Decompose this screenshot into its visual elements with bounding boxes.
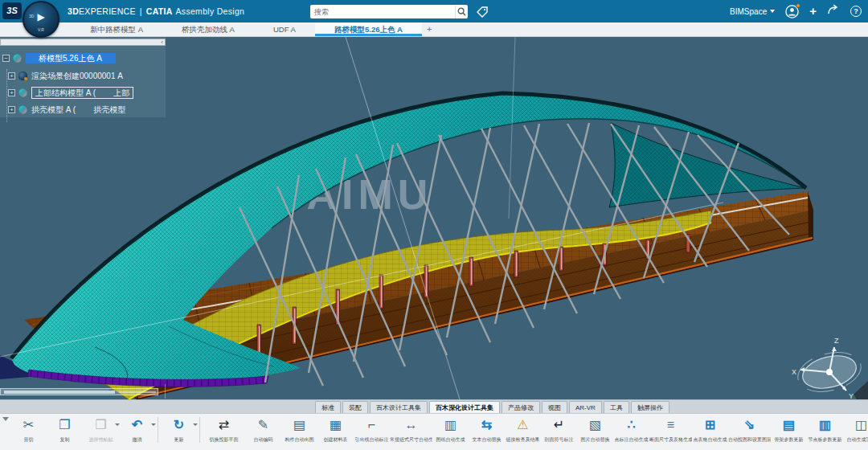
share-icon[interactable]: [827, 4, 840, 18]
puck-play-icon[interactable]: ▶: [24, 11, 58, 22]
tab-udf[interactable]: UDF A: [254, 22, 315, 36]
search-box[interactable]: [310, 5, 468, 18]
tab-model-1[interactable]: 新中路桥模型 A: [71, 22, 162, 36]
toolbar-item-auto-projection-layer[interactable]: ⇘自动投图和设置图层: [728, 414, 771, 443]
paste-special-icon: ❐: [83, 416, 119, 434]
search-icon[interactable]: [455, 6, 468, 18]
toolbar-item-label: 切换投影平面: [203, 436, 245, 443]
3d-compass-puck[interactable]: 3D ▶ V.R: [23, 1, 59, 38]
tree-node-root[interactable]: − 桥模型5.26上色 A: [2, 53, 116, 63]
toolbar-item-label: 创建材料表: [317, 436, 354, 443]
toolbar-item-leader-auto-annotation[interactable]: ⌐引出线自动标注: [354, 414, 390, 443]
dropdown-caret-icon[interactable]: [151, 423, 156, 426]
expand-icon[interactable]: +: [8, 72, 15, 80]
toolbar-item-component-auto-drawing[interactable]: ▤构件自动出图: [281, 414, 317, 443]
toolbar-item-label: 更新: [161, 436, 197, 443]
toolbar-item-copy[interactable]: ❐复制: [47, 414, 83, 443]
dropdown-caret-icon[interactable]: [193, 423, 198, 426]
gusset-parameter-icon: ▥: [807, 416, 843, 434]
point-annotation-icon: ∴: [613, 416, 649, 434]
toolbar-item-gusset-parameter-update[interactable]: ▥节点板参数更新: [807, 414, 843, 443]
brand-experience: EXPERIENCE: [79, 6, 136, 16]
scrollbar-thumb[interactable]: [4, 391, 115, 395]
workspace-selector[interactable]: BIMSpace: [730, 7, 775, 16]
ribbon-tab-touch[interactable]: 触屏操作: [631, 401, 669, 414]
collapse-icon[interactable]: −: [2, 55, 10, 62]
toolbar-item-section-dimension-table-generate[interactable]: ≡断面尺寸及表格生成: [649, 414, 692, 443]
toolbar-item-undo[interactable]: ↶撤消: [119, 414, 155, 443]
tree-node-label[interactable]: 上部结构模型 A ( 上部: [31, 87, 133, 99]
add-content-button[interactable]: +: [809, 0, 817, 22]
cut-icon: ✂: [10, 416, 47, 434]
ribbon-tab-baimu-design[interactable]: 百木设计工具集: [370, 401, 428, 414]
scrollbar-arrow-icon[interactable]: ‹: [161, 39, 165, 45]
ribbon-tab-ar-vr[interactable]: AR-VR: [569, 401, 602, 414]
tree-node-upper-structure[interactable]: + 上部结构模型 A ( 上部: [8, 88, 133, 98]
toolbar-item-paste-special[interactable]: ❐选择性粘贴: [83, 414, 119, 443]
app-name: CATIA: [146, 6, 173, 16]
ribbon-tab-tools[interactable]: 工具: [604, 401, 629, 414]
toolbar-item-skeleton-parameter-update[interactable]: ▤骨架参数更新: [771, 414, 807, 443]
create-material-table-icon: ▦: [317, 416, 354, 434]
search-input[interactable]: [310, 8, 455, 16]
toolbar-item-label: 点表格自动生成: [692, 436, 728, 443]
help-button[interactable]: ?: [850, 6, 862, 17]
ribbon-tab-product-edit[interactable]: 产品修改: [502, 401, 540, 414]
toolbar-item-cut[interactable]: ✂剪切: [10, 414, 47, 443]
tag-icon[interactable]: [476, 6, 489, 18]
ribbon-tab-standard[interactable]: 标准: [315, 401, 341, 414]
toolbar-item-text-auto-replace[interactable]: ⇆文本自动替换: [469, 414, 505, 443]
ribbon-tab-strip: 标准 装配 百木设计工具集 百木深化设计工具集 产品修改 视图 AR-VR 工具…: [0, 399, 868, 413]
toolbar-item-drawing-auto-generate[interactable]: ▥图纸自动生成: [432, 414, 469, 443]
user-avatar-icon[interactable]: [785, 5, 799, 18]
3d-viewport[interactable]: BAIMU: [0, 37, 868, 399]
compass-y-label: Y: [849, 392, 854, 399]
toolbar-separator: [199, 417, 200, 443]
product-icon: [18, 88, 27, 97]
toolbar-item-link-check-result[interactable]: ⚠链接检查及结果: [505, 414, 541, 443]
toolbar-item-image-auto-replace[interactable]: ▧图片自动替换: [577, 414, 613, 443]
toolbar-item-point-table-auto-generate[interactable]: ⊞点表格自动生成: [692, 414, 728, 443]
ribbon-tab-view[interactable]: 视图: [542, 401, 567, 414]
compass-z-label: Z: [834, 337, 839, 345]
tab-active-bridge-model[interactable]: 路桥模型5.26上色 A: [315, 22, 422, 36]
ribbon-tab-baimu-detailing[interactable]: 百木深化设计工具集: [429, 401, 500, 414]
auto-numbering-icon: ✎: [245, 416, 281, 434]
tab-model-2[interactable]: 桥拱壳加劲线 A: [162, 22, 254, 36]
3ds-logo[interactable]: 3S: [2, 2, 22, 19]
expand-icon[interactable]: +: [8, 89, 15, 96]
toolbar-item-label: 自动生成顶板: [843, 436, 868, 443]
component-auto-drawing-icon: ▤: [281, 416, 317, 434]
toolbar-item-chain-dimension-auto-generate[interactable]: ↔常规链式尺寸自动生成: [390, 414, 432, 443]
ribbon-tab-assembly[interactable]: 装配: [342, 401, 368, 414]
undo-icon: ↶: [119, 416, 155, 434]
scrollbar-extension: [119, 391, 156, 393]
toolbar-item-create-material-table[interactable]: ▦创建材料表: [317, 414, 354, 443]
toolbar-item-section-symbol-annotation[interactable]: ↵剖面符号标注: [541, 414, 577, 443]
tree-node-arch-shell[interactable]: + 拱壳模型 A ( 拱壳模型: [8, 104, 125, 115]
expand-icon[interactable]: +: [8, 106, 15, 113]
new-tab-button[interactable]: +: [422, 22, 436, 36]
toolbar-item-label: 自动编码: [245, 436, 281, 443]
link-check-warning-icon: ⚠: [505, 416, 541, 434]
toolbar-item-label: 文本自动替换: [469, 436, 505, 443]
drawing-auto-generate-icon: ▥: [432, 416, 469, 434]
toolbar-item-auto-numbering[interactable]: ✎自动编码: [245, 414, 281, 443]
tree-node-render-scene[interactable]: + 渲染场景创建00000001 A: [8, 71, 123, 81]
toolbar-item-label: 复制: [47, 436, 83, 443]
toolbar-item-update[interactable]: ↻更新: [161, 414, 197, 443]
toolbar-item-label: 骨架参数更新: [771, 436, 807, 443]
viewport-divider: [165, 384, 166, 399]
toolbar-item-label: 链接检查及结果: [505, 436, 541, 443]
app-title: 3DEXPERIENCE|CATIAAssembly Design: [68, 0, 244, 22]
toolbar-item-label: 自动投图和设置图层: [728, 436, 771, 443]
tree-horizontal-scrollbar[interactable]: ‹: [0, 39, 166, 46]
toolbar-collapse-chevron[interactable]: [2, 417, 9, 421]
tree-node-label[interactable]: 桥模型5.26上色 A: [26, 53, 116, 63]
tree-node-label[interactable]: 拱壳模型 A ( 拱壳模型: [31, 104, 125, 115]
toolbar-item-switch-projection-plane[interactable]: ⇄切换投影平面: [203, 414, 245, 443]
toolbar-item-label: 点标注自动生成: [613, 436, 649, 443]
toolbar-item-auto-generate-box[interactable]: ◫自动生成顶板: [843, 414, 868, 443]
tree-node-label[interactable]: 渲染场景创建00000001 A: [31, 71, 123, 81]
toolbar-item-point-annotation-auto-generate[interactable]: ∴点标注自动生成: [613, 414, 649, 443]
